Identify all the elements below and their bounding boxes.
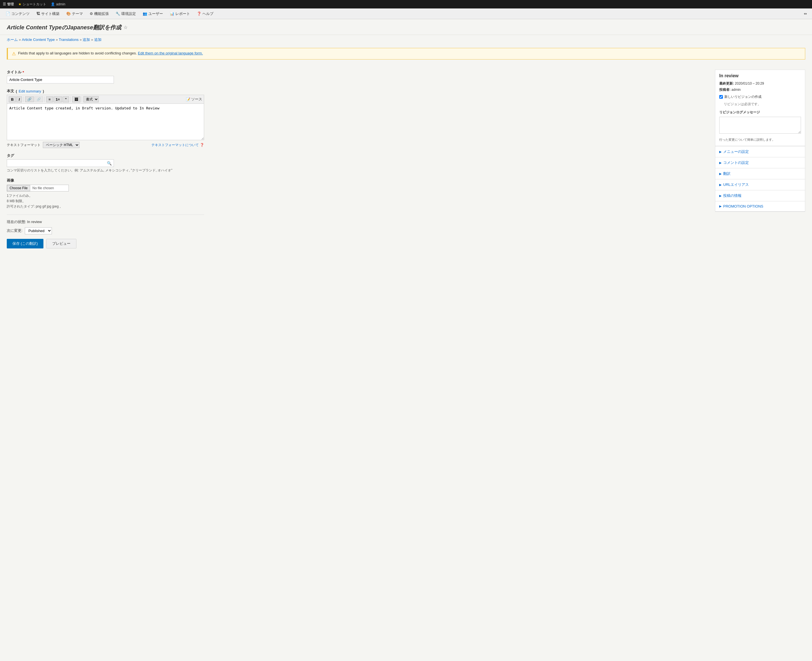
toolbar-sep-2 bbox=[45, 96, 45, 102]
status-label: 現在の状態: bbox=[7, 220, 26, 224]
toolbar-unlink-button[interactable]: 🔗 bbox=[34, 96, 43, 102]
accordion-header-comment[interactable]: ▶ コメントの設定 bbox=[715, 157, 805, 168]
author-value: admin bbox=[731, 88, 741, 92]
tags-input-wrap: 🔍 bbox=[7, 159, 114, 167]
accordion-arrow-post-info: ▶ bbox=[719, 194, 721, 198]
toolbar-sep-3 bbox=[70, 96, 71, 102]
tags-label-text: タグ bbox=[7, 153, 14, 158]
toolbar-sep-4 bbox=[82, 96, 82, 102]
choose-file-button[interactable]: Choose File bbox=[7, 185, 30, 191]
breadcrumb-sep-3: » bbox=[80, 38, 83, 42]
admin-label: admin bbox=[56, 2, 65, 6]
body-editor[interactable] bbox=[7, 104, 204, 140]
toolbar-image-button[interactable]: 🖼 bbox=[72, 96, 80, 102]
new-revision-checkbox[interactable] bbox=[719, 95, 723, 99]
accordion-arrow-translation: ▶ bbox=[719, 172, 721, 176]
nav-item-report[interactable]: 📊 レポート bbox=[166, 8, 193, 19]
accordion-header-post-info[interactable]: ▶ 投稿の情報 bbox=[715, 190, 805, 201]
save-button[interactable]: 保存 (この翻訳) bbox=[7, 239, 43, 248]
text-format-select[interactable]: ベーシック HTML bbox=[43, 142, 80, 148]
nav-item-extend[interactable]: ⚙ 機能拡張 bbox=[86, 8, 112, 19]
nav-item-structure[interactable]: 🏗 サイト構築 bbox=[33, 8, 63, 19]
last-updated-row: 最終更新: 2020/01/10 – 20:29 bbox=[719, 81, 801, 87]
title-input[interactable] bbox=[7, 76, 114, 83]
report-icon: 📊 bbox=[170, 11, 174, 16]
tags-input[interactable] bbox=[7, 159, 114, 167]
accordion-label-menu: メニューの設定 bbox=[723, 149, 749, 154]
breadcrumb-article[interactable]: Article Content Type bbox=[22, 38, 55, 42]
nav-item-users[interactable]: 👥 ユーザー bbox=[139, 8, 166, 19]
accordion-item-comment: ▶ コメントの設定 bbox=[715, 157, 805, 168]
accordion-item-translation: ▶ 翻訳 bbox=[715, 168, 805, 179]
author-row: 投稿者: admin bbox=[719, 87, 801, 93]
file-input-row: Choose File No file chosen bbox=[7, 185, 69, 192]
body-label: 本文 ( Edit summary ) bbox=[7, 89, 708, 94]
toolbar-format-select[interactable]: 書式 bbox=[83, 96, 99, 102]
status-row: 現在の状態: In review bbox=[7, 219, 708, 225]
change-status-select[interactable]: Published Draft In review Archived bbox=[25, 227, 52, 234]
accordion-header-promotion[interactable]: ▶ PROMOTION OPTIONS bbox=[715, 201, 805, 211]
status-value: In review bbox=[27, 220, 42, 224]
image-hints: 1ファイルのみ。 8 MB 制限。 許可されたタイプ: png gif jpg … bbox=[7, 193, 708, 209]
toolbar-bold-button[interactable]: B bbox=[9, 96, 16, 102]
nav-item-content[interactable]: 📄 コンテンツ bbox=[2, 8, 33, 19]
accordion-arrow-comment: ▶ bbox=[719, 161, 721, 165]
change-label: 次に変更: bbox=[7, 228, 22, 233]
admin-bar-admin[interactable]: 👤 admin bbox=[51, 2, 65, 6]
nav-toggle-icon[interactable]: ⇔ bbox=[801, 11, 810, 16]
extend-icon: ⚙ bbox=[90, 11, 93, 16]
toolbar-list-ol-button[interactable]: 1≡ bbox=[54, 96, 62, 102]
breadcrumb-translations[interactable]: Translations bbox=[59, 38, 79, 42]
image-label: 画像 bbox=[7, 178, 708, 183]
toolbar-source-button[interactable]: 📝 ソース bbox=[186, 97, 202, 102]
theme-icon: 🎨 bbox=[66, 11, 71, 16]
accordion-item-url: ▶ URLエイリアス bbox=[715, 179, 805, 190]
toolbar-link-button[interactable]: 🔗 bbox=[25, 96, 34, 102]
accordion-label-comment: コメントの設定 bbox=[723, 160, 749, 165]
toolbar-sep-1 bbox=[23, 96, 24, 102]
nav-item-theme[interactable]: 🎨 テーマ bbox=[63, 8, 86, 19]
form-left: タイトル * 本文 ( Edit summary ) B I 🔗 🔗 ≡ bbox=[7, 70, 708, 248]
revision-log-textarea[interactable] bbox=[719, 117, 801, 134]
accordion-label-url: URLエイリアス bbox=[723, 182, 749, 187]
sidebar-meta: 最終更新: 2020/01/10 – 20:29 投稿者: admin 新しいリ… bbox=[719, 81, 801, 142]
accordion-label-translation: 翻訳 bbox=[723, 171, 731, 176]
author-label: 投稿者: bbox=[719, 88, 731, 92]
revision-hint: 行った変更について簡単に説明します。 bbox=[719, 137, 801, 143]
tags-search-icon: 🔍 bbox=[107, 161, 112, 166]
warning-link[interactable]: Edit them on the original language form. bbox=[138, 51, 203, 55]
breadcrumb-home[interactable]: ホーム bbox=[7, 38, 18, 42]
admin-bar-shortcut[interactable]: ★ ショートカット bbox=[18, 2, 46, 7]
preview-button[interactable]: プレビュー bbox=[46, 239, 77, 248]
source-icon: 📝 bbox=[186, 97, 190, 102]
body-edit-summary-link[interactable]: Edit summary bbox=[19, 89, 41, 93]
accordion-header-translation[interactable]: ▶ 翻訳 bbox=[715, 168, 805, 179]
breadcrumb-add-2[interactable]: 追加 bbox=[94, 38, 102, 42]
accordion-header-menu[interactable]: ▶ メニューの設定 bbox=[715, 146, 805, 157]
sidebar-status: In review 最終更新: 2020/01/10 – 20:29 投稿者: … bbox=[715, 70, 805, 146]
format-help-link[interactable]: テキストフォーマットについて ❓ bbox=[152, 143, 204, 147]
nav-item-help[interactable]: ❓ ヘルプ bbox=[193, 8, 217, 19]
editor-toolbar: B I 🔗 🔗 ≡ 1≡ " 🖼 書式 📝 ソース bbox=[7, 95, 204, 104]
toolbar-italic-button[interactable]: I bbox=[16, 96, 22, 102]
format-help-label: テキストフォーマットについて bbox=[152, 143, 199, 147]
toolbar-blockquote-button[interactable]: " bbox=[62, 96, 69, 102]
revision-required-label: リビジョンは必須です。 bbox=[724, 101, 761, 107]
admin-bar-manage[interactable]: ☰ 管理 bbox=[3, 2, 14, 7]
accordion-header-url[interactable]: ▶ URLエイリアス bbox=[715, 179, 805, 190]
favorite-star-icon[interactable]: ☆ bbox=[123, 25, 128, 30]
sidebar-panel: In review 最終更新: 2020/01/10 – 20:29 投稿者: … bbox=[715, 70, 805, 212]
warning-box: ⚠ Fields that apply to all languages are… bbox=[7, 48, 805, 59]
action-row: 保存 (この翻訳) プレビュー bbox=[7, 239, 708, 248]
toolbar-list-ul-button[interactable]: ≡ bbox=[46, 96, 53, 102]
new-revision-label: 新しいリビジョンの作成 bbox=[724, 94, 761, 100]
nav-label-env: 環境設定 bbox=[121, 11, 136, 16]
accordion-item-menu: ▶ メニューの設定 bbox=[715, 146, 805, 157]
breadcrumb-add-1[interactable]: 追加 bbox=[83, 38, 90, 42]
page-title-text: Article Content TypeのJapanese翻訳を作成 bbox=[7, 24, 121, 31]
nav-right: ⇔ bbox=[801, 11, 810, 16]
tags-hint: コンマ区切りのリストを入力してください。例: アムステルダム, メキシコシティ,… bbox=[7, 168, 708, 173]
revision-required-row: リビジョンは必須です。 bbox=[719, 101, 801, 107]
nav-item-env[interactable]: 🔧 環境設定 bbox=[112, 8, 139, 19]
image-hint-size: 8 MB 制限。 bbox=[7, 198, 708, 204]
